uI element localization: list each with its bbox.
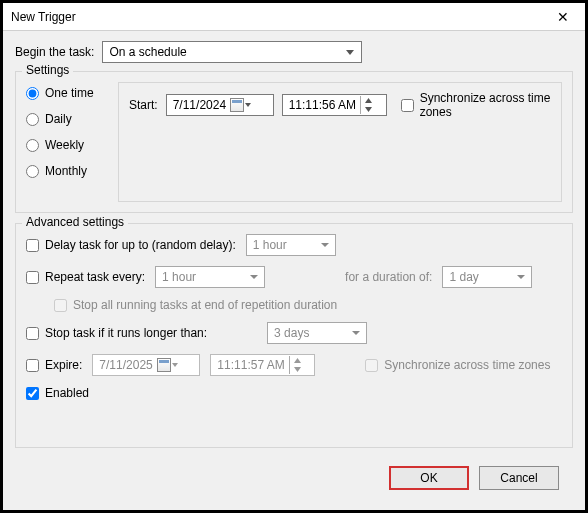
new-trigger-dialog: New Trigger ✕ Begin the task: On a sched…	[3, 3, 585, 510]
begin-task-label: Begin the task:	[15, 45, 94, 59]
calendar-icon	[230, 98, 244, 112]
start-panel: Start: 7/11/2024 11:11:56 AM	[118, 82, 562, 202]
schedule-radios: One time Daily Weekly Monthly	[26, 82, 106, 202]
expire-checkbox[interactable]: Expire:	[26, 358, 82, 372]
begin-task-value: On a schedule	[109, 45, 186, 59]
cancel-button[interactable]: Cancel	[479, 466, 559, 490]
ok-button[interactable]: OK	[389, 466, 469, 490]
radio-daily[interactable]: Daily	[26, 112, 106, 126]
window-title: New Trigger	[11, 10, 76, 24]
spin-down-icon[interactable]	[290, 365, 305, 374]
begin-task-row: Begin the task: On a schedule	[15, 41, 573, 63]
stop-longer-combo[interactable]: 3 days	[267, 322, 367, 344]
delay-checkbox[interactable]: Delay task for up to (random delay):	[26, 238, 236, 252]
duration-combo[interactable]: 1 day	[442, 266, 532, 288]
svg-marker-1	[365, 98, 372, 103]
stop-repetition-checkbox: Stop all running tasks at end of repetit…	[54, 298, 337, 312]
stop-longer-checkbox[interactable]: Stop task if it runs longer than:	[26, 326, 207, 340]
sync-timezones-checkbox[interactable]: Synchronize across time zones	[401, 91, 551, 119]
expire-time-input[interactable]: 11:11:57 AM	[210, 354, 315, 376]
calendar-icon	[157, 358, 171, 372]
titlebar: New Trigger ✕	[3, 3, 585, 31]
svg-marker-3	[172, 363, 178, 367]
delay-combo[interactable]: 1 hour	[246, 234, 336, 256]
svg-marker-0	[245, 103, 251, 107]
start-time-input[interactable]: 11:11:56 AM	[282, 94, 387, 116]
duration-label: for a duration of:	[345, 270, 432, 284]
settings-legend: Settings	[22, 63, 73, 77]
enabled-checkbox[interactable]: Enabled	[26, 386, 89, 400]
chevron-down-icon[interactable]	[244, 103, 252, 107]
radio-monthly[interactable]: Monthly	[26, 164, 106, 178]
time-spinner[interactable]	[360, 96, 376, 114]
begin-task-select[interactable]: On a schedule	[102, 41, 362, 63]
repeat-checkbox[interactable]: Repeat task every:	[26, 270, 145, 284]
start-date-input[interactable]: 7/11/2024	[166, 94, 274, 116]
svg-marker-4	[294, 358, 301, 363]
close-button[interactable]: ✕	[541, 3, 585, 31]
svg-marker-5	[294, 367, 301, 372]
advanced-fieldset: Advanced settings Delay task for up to (…	[15, 223, 573, 448]
chevron-down-icon[interactable]	[171, 363, 179, 367]
repeat-combo[interactable]: 1 hour	[155, 266, 265, 288]
settings-fieldset: Settings One time Daily Weekly Monthly S…	[15, 71, 573, 213]
start-label: Start:	[129, 98, 158, 112]
expire-sync-checkbox: Synchronize across time zones	[365, 358, 550, 372]
radio-weekly[interactable]: Weekly	[26, 138, 106, 152]
expire-date-input[interactable]: 7/11/2025	[92, 354, 200, 376]
spin-down-icon[interactable]	[361, 105, 376, 114]
spin-up-icon[interactable]	[290, 356, 305, 365]
time-spinner[interactable]	[289, 356, 305, 374]
svg-marker-2	[365, 107, 372, 112]
radio-one-time[interactable]: One time	[26, 86, 106, 100]
advanced-legend: Advanced settings	[22, 215, 128, 229]
dialog-footer: OK Cancel	[15, 458, 573, 502]
spin-up-icon[interactable]	[361, 96, 376, 105]
